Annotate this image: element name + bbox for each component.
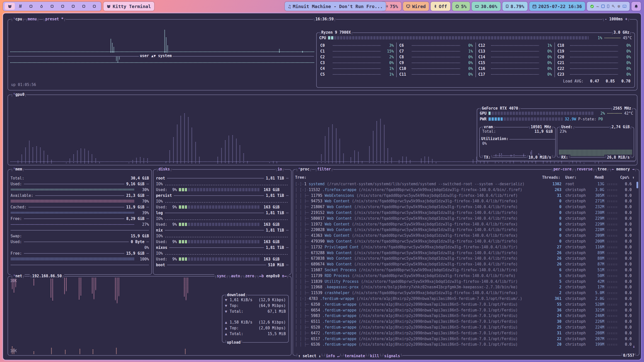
window-title-pill[interactable]: Kitty Terminal: [103, 2, 154, 11]
tray-keyboard-icon[interactable]: [623, 5, 626, 8]
proc-per-core-button[interactable]: per-core: [551, 167, 574, 172]
workspace-4-flame-icon[interactable]: [36, 3, 47, 10]
proc-action-select[interactable]: ↑ select ↓: [296, 354, 323, 358]
music-widget[interactable]: ♫ Minuit Machine - Don't Run Fro...: [285, 2, 386, 11]
cpu-preset-button[interactable]: preset *: [43, 17, 66, 22]
disks-io-button[interactable]: io: [275, 167, 285, 172]
status-disk[interactable]: 8.79%: [502, 2, 528, 11]
process-row-11795[interactable]: │ │ ├─ 11795 WebExtensions (/nix/store/f…: [294, 193, 636, 199]
workspace-3-box-icon[interactable]: [26, 3, 36, 10]
process-row-6472[interactable]: │ │ ├─ 6472 .ferdium-wrappe (/nix/store/…: [294, 330, 636, 336]
process-row-673038[interactable]: │ │ ├─ 673038 Web Content (/nix/store/fq…: [294, 256, 636, 261]
disk-used-row: Used:9%163 GiB: [153, 221, 291, 227]
cpu-temp-graph: [604, 37, 621, 38]
tray-window-icon[interactable]: [601, 5, 605, 8]
workspace-5-box-icon[interactable]: [47, 3, 57, 10]
process-row-220028[interactable]: │ │ ├─ 220028 Web Content (/nix/store/fq…: [294, 227, 636, 233]
process-row-11532[interactable]: │ [-]-11532 .firefox-wrappe (/nix/store/…: [294, 187, 636, 193]
tray-key-icon[interactable]: [612, 5, 615, 8]
process-row-673288[interactable]: │ │ ├─ 673288 Web Content (/nix/store/fq…: [294, 250, 636, 256]
clock: 16:36:59: [313, 17, 336, 22]
process-row-11607[interactable]: │ │ ├─ 11607 Socket Process (/nix/store/…: [294, 267, 636, 273]
process-row-6517[interactable]: │ │ ├─ 6517 .ferdium-wrappe (/nix/store/…: [294, 336, 636, 342]
process-row-94753[interactable]: │ │ ├─ 94753 Web Content (/nix/store/fqa…: [294, 198, 636, 204]
proc-buttons: per-core reverse tree ← memory →: [551, 167, 637, 172]
mem-graph-row: 39%: [8, 210, 151, 216]
proc-header-mem[interactable]: MemB: [592, 175, 604, 180]
scroll-more-arrow[interactable]: ↓: [633, 344, 635, 349]
mem-row-used: Used:9,16 GiB: [8, 181, 151, 187]
process-box-title: ⁴proc: [296, 167, 312, 172]
process-row-689674[interactable]: │ │ ├─ 689674 Web Content (/nix/store/fq…: [294, 261, 636, 267]
disks-box: disks io root1,81 TiBIO%Used:9%163 GiBpe…: [153, 169, 292, 275]
process-row-6350[interactable]: │ │ ├─ 6350 .ferdium-wrappe (/nix/store/…: [294, 302, 636, 307]
cpu-interval-control[interactable]: - 1000ms +: [602, 17, 630, 22]
workspace-7-box-icon[interactable]: [68, 3, 78, 10]
proc-tree-button[interactable]: tree: [595, 167, 609, 172]
process-row-11539[interactable]: │ │ ├─ 11539 crashhelper (/nix/store/fqa…: [294, 290, 636, 296]
workspace-1-cat-icon[interactable]: [5, 3, 15, 10]
status-network[interactable]: Wired: [403, 2, 429, 11]
net-auto-button[interactable]: auto: [228, 274, 243, 279]
workspace-6-box-icon[interactable]: [58, 3, 68, 10]
tray-check-icon[interactable]: [590, 5, 594, 8]
upload-stat-row: ▲1,58 KiB/s(12,6 Kibps): [222, 319, 288, 325]
proc-scrollbar[interactable]: [636, 182, 638, 345]
proc-scrollbar-thumb[interactable]: [636, 182, 638, 188]
status-cpu[interactable]: 5%: [452, 2, 470, 11]
process-row-11739[interactable]: │ │ ├─ 11739 RDD Process (/nix/store/fqa…: [294, 273, 636, 279]
process-row-580017[interactable]: │ │ ├─ 580017 Web Content (/nix/store/fq…: [294, 216, 636, 221]
proc-action-signals[interactable]: signals: [382, 354, 403, 358]
memory-box: ²mem Total:30,4 GiBUsed:9,16 GiB30%Avail…: [8, 169, 152, 275]
process-row-41363[interactable]: │ │ ├─ 41363 Web Content (/nix/store/fqa…: [294, 233, 636, 239]
process-row-11732[interactable]: │ │ ├─ 11732 Privileged Cont (/nix/store…: [294, 244, 636, 250]
process-row-479390[interactable]: │ │ ├─ 479390 Web Content (/nix/store/fq…: [294, 239, 636, 244]
workspace-9-box-icon[interactable]: [89, 3, 99, 10]
process-row-1[interactable]: [-]-1 systemd (/run/current-system/syste…: [294, 181, 636, 187]
tray-phone-icon[interactable]: [607, 5, 609, 8]
process-row-6511[interactable]: │ │ ├─ 6511 .ferdium-wrappe (/nix/store/…: [294, 319, 636, 325]
proc-sort-selector[interactable]: ← memory →: [609, 167, 637, 172]
proc-header-tree[interactable]: Tree:: [295, 175, 306, 180]
tray-wave-icon[interactable]: ~: [596, 4, 599, 9]
cpu-menu-button[interactable]: menu: [25, 17, 39, 22]
net-sync-button[interactable]: sync: [214, 274, 228, 279]
proc-header-cpu[interactable]: Cpu%: [620, 175, 629, 180]
proc-filter-button[interactable]: filter: [315, 167, 333, 172]
proc-action-kill[interactable]: kill: [368, 354, 382, 358]
process-row-11972[interactable]: │ │ ├─ 11972 Web Content (/nix/store/fqa…: [294, 221, 636, 227]
download-title: download: [224, 292, 248, 298]
process-row-5983[interactable]: │ │ ├─ 5983 .ferdium-wrappe (/nix/store/…: [294, 313, 636, 319]
disk-io-row: IO%: [153, 250, 291, 256]
disk-io-row: IO%: [153, 198, 291, 204]
net-zero-button[interactable]: zero: [243, 274, 257, 279]
proc-header-user[interactable]: User:: [565, 175, 577, 180]
process-row-11968[interactable]: │ │ ├─ 11968 .keepassxc-prox (/nix/store…: [294, 284, 636, 290]
tray-shield-icon[interactable]: [617, 5, 620, 8]
system-tray[interactable]: ~: [587, 2, 630, 11]
workspaces-widget[interactable]: N: [3, 2, 101, 11]
status-clock[interactable]: 2025-07-22 16:36: [529, 2, 585, 11]
workspace-8-box-icon[interactable]: [79, 3, 89, 10]
process-list: [-]-1 systemd (/run/current-system/syste…: [294, 181, 636, 347]
network-box-title: ³net: [11, 274, 25, 279]
proc-action-terminate[interactable]: terminate: [342, 354, 368, 358]
status-bluetooth[interactable]: Off: [431, 2, 450, 11]
disk-used-row: Used:9%163 GiB: [153, 187, 291, 193]
net-interface-switcher[interactable]: ←b enp8s0 n→: [257, 274, 289, 279]
process-row-6654[interactable]: │ │ ├─ 6654 .ferdium-wrappe (/nix/store/…: [294, 307, 636, 313]
gpu-box-title: ⁵gpu0: [11, 92, 27, 97]
proc-action-info[interactable]: info ↵: [323, 354, 342, 358]
process-row-218067[interactable]: │ │ ├─ 218067 Web Content (/nix/store/fq…: [294, 204, 636, 210]
network-box: ³net 192.168.86.50 sync auto zero ←b enp…: [8, 276, 292, 356]
process-row-6520[interactable]: │ │ ├─ 6520 .ferdium-wrappe (/nix/store/…: [294, 325, 636, 330]
process-row-11839[interactable]: │ │ ├─ 11839 Utility Process (/nix/store…: [294, 279, 636, 285]
process-row-6536[interactable]: │ │ ├─ 6536 .ferdium-wrappe (/nix/store/…: [294, 342, 636, 347]
proc-header-threads[interactable]: Threads:: [542, 175, 560, 180]
proc-reverse-button[interactable]: reverse: [574, 167, 595, 172]
workspace-2-nvim-icon[interactable]: N: [15, 3, 25, 10]
notification-bell[interactable]: [631, 2, 641, 11]
status-memory[interactable]: 30.06%: [472, 2, 501, 11]
process-row-219152[interactable]: │ │ ├─ 219152 Web Content (/nix/store/fq…: [294, 210, 636, 216]
process-row-4783[interactable]: │ [-]-4783 .ferdium-wrappe (/nix/store/a…: [294, 296, 636, 302]
